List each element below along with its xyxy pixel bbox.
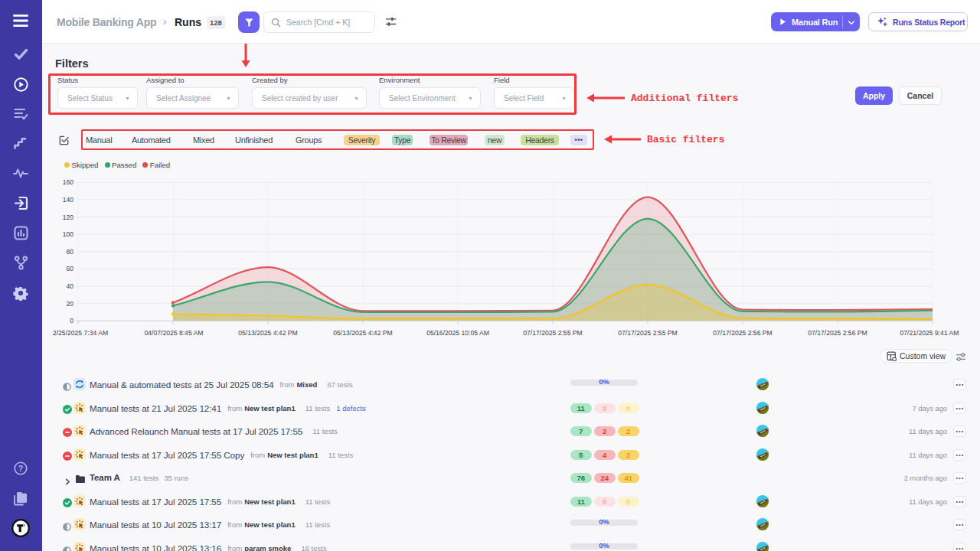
svg-text:07/17/2025 2:56 PM: 07/17/2025 2:56 PM — [713, 329, 772, 337]
svg-text:04/07/2025 8:45 AM: 04/07/2025 8:45 AM — [145, 329, 204, 337]
svg-text:140: 140 — [63, 196, 74, 204]
svg-text:07/17/2025 2:55 PM: 07/17/2025 2:55 PM — [523, 329, 582, 337]
svg-text:40: 40 — [66, 282, 74, 290]
svg-text:?: ? — [18, 464, 23, 473]
svg-text:120: 120 — [63, 214, 74, 221]
svg-text:20: 20 — [66, 300, 74, 308]
svg-text:07/21/2025 9:41 AM: 07/21/2025 9:41 AM — [900, 329, 959, 337]
svg-text:07/17/2025 2:56 PM: 07/17/2025 2:56 PM — [808, 329, 867, 337]
svg-text:05/16/2025 10:05 AM: 05/16/2025 10:05 AM — [426, 329, 489, 337]
svg-text:05/13/2025 4:42 PM: 05/13/2025 4:42 PM — [333, 329, 392, 337]
svg-text:2/25/2025 7:34 AM: 2/25/2025 7:34 AM — [53, 329, 108, 337]
svg-text:60: 60 — [66, 265, 74, 272]
svg-text:05/13/2025 4:42 PM: 05/13/2025 4:42 PM — [238, 329, 297, 337]
svg-text:80: 80 — [66, 248, 74, 256]
svg-text:100: 100 — [63, 230, 74, 238]
svg-text:07/17/2025 2:55 PM: 07/17/2025 2:55 PM — [618, 329, 677, 337]
svg-text:0: 0 — [70, 317, 74, 324]
